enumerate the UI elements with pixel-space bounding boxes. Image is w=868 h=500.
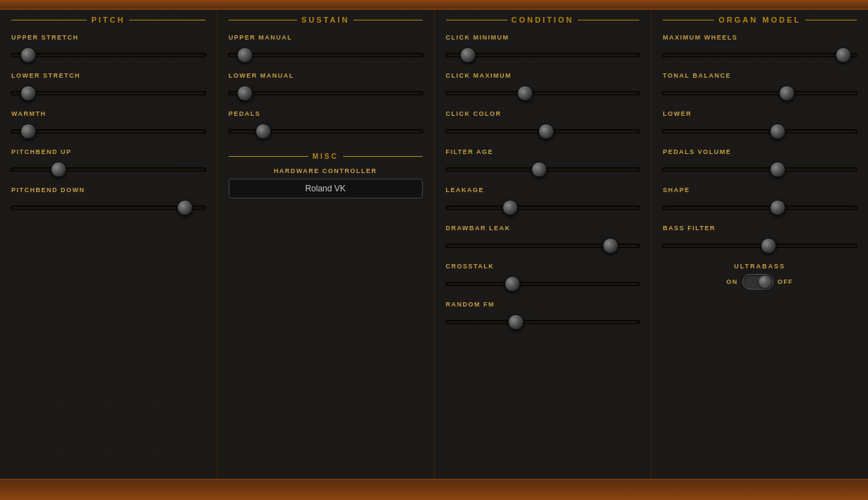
toggle-knob <box>759 275 771 288</box>
ultrabass-toggle[interactable] <box>742 274 773 290</box>
slider-label-tonal-balance: TONAL BALANCE <box>663 72 857 79</box>
slider-input-click-minimum[interactable] <box>446 54 640 56</box>
slider-track-crosstalk <box>446 274 640 294</box>
slider-track-drawbar-leak <box>446 236 640 256</box>
slider-input-pedals[interactable] <box>229 130 423 133</box>
slider-group-pedals: PEDALS <box>229 110 423 141</box>
slider-group-tonal-balance: TONAL BALANCE <box>663 72 857 103</box>
slider-group-bass-filter: BASS FILTER <box>663 225 857 256</box>
slider-input-filter-age[interactable] <box>446 168 640 171</box>
slider-label-pitchbend-up: PITCHBEND UP <box>11 148 205 155</box>
slider-input-pitchbend-down[interactable] <box>11 206 205 209</box>
slider-label-pedals: PEDALS <box>229 110 423 117</box>
slider-group-warmth: WARMTH <box>11 110 205 141</box>
ultrabass-title: ULTRABASS <box>663 263 857 270</box>
slider-label-pitchbend-down: PITCHBEND DOWN <box>11 186 205 194</box>
slider-label-bass-filter: BASS FILTER <box>663 225 857 232</box>
slider-track-random-fm <box>446 312 640 332</box>
bottom-border <box>0 479 868 500</box>
slider-track-pitchbend-up <box>11 160 205 179</box>
slider-track-filter-age <box>446 160 640 179</box>
slider-track-shape <box>663 198 857 218</box>
slider-group-lower-stretch: LOWER STRETCH <box>11 72 205 103</box>
slider-label-click-color: CLICK COLOR <box>446 110 640 117</box>
top-border <box>0 0 868 10</box>
slider-group-leakage: LEAKAGE <box>446 186 640 218</box>
slider-track-leakage <box>446 198 640 218</box>
slider-group-click-minimum: CLICK MINIMUM <box>446 34 640 65</box>
slider-input-pitchbend-up[interactable] <box>11 168 205 171</box>
slider-label-drawbar-leak: DRAWBAR LEAK <box>446 225 640 232</box>
slider-track-click-color <box>446 121 640 141</box>
slider-track-pedals <box>229 121 423 141</box>
slider-input-upper-stretch[interactable] <box>11 54 205 56</box>
slider-track-pedals-volume <box>663 160 857 179</box>
slider-label-click-maximum: CLICK MAXIMUM <box>446 72 640 79</box>
slider-group-lower: LOWER <box>663 110 857 141</box>
slider-input-click-maximum[interactable] <box>446 92 640 95</box>
ultrabass-on-label: ON <box>726 278 738 285</box>
slider-input-pedals-volume[interactable] <box>663 168 857 171</box>
slider-input-upper-manual[interactable] <box>229 54 423 56</box>
slider-label-warmth: WARMTH <box>11 110 205 117</box>
hw-controller-section: HARDWARE CONTROLLER Roland VKRoland VK-8… <box>229 167 423 198</box>
slider-group-filter-age: FILTER AGE <box>446 148 640 179</box>
slider-track-tonal-balance <box>663 83 857 103</box>
slider-track-click-maximum <box>446 83 640 103</box>
slider-track-upper-manual <box>229 45 423 65</box>
slider-input-leakage[interactable] <box>446 206 640 209</box>
slider-group-random-fm: RANDOM FM <box>446 301 640 332</box>
slider-input-lower-stretch[interactable] <box>11 92 205 95</box>
slider-track-lower-stretch <box>11 83 205 103</box>
slider-label-upper-stretch: UPPER STRETCH <box>11 34 205 41</box>
slider-input-lower[interactable] <box>663 130 857 133</box>
slider-input-click-color[interactable] <box>446 130 640 133</box>
slider-track-warmth <box>11 121 205 141</box>
slider-track-pitchbend-down <box>11 198 205 218</box>
panel-sustain: SUSTAIN UPPER MANUAL LOWER MANUAL PEDALS <box>217 10 435 479</box>
panel-condition: CONDITION CLICK MINIMUM CLICK MAXIMUM CL… <box>435 10 652 479</box>
slider-label-maximum-wheels: MAXIMUM WHEELS <box>663 34 857 41</box>
slider-label-upper-manual: UPPER MANUAL <box>229 34 423 41</box>
slider-group-drawbar-leak: DRAWBAR LEAK <box>446 225 640 256</box>
slider-group-pedals-volume: PEDALS VOLUME <box>663 148 857 179</box>
slider-label-lower-stretch: LOWER STRETCH <box>11 72 205 79</box>
slider-label-filter-age: FILTER AGE <box>446 148 640 155</box>
slider-track-bass-filter <box>663 236 857 256</box>
slider-input-tonal-balance[interactable] <box>663 92 857 95</box>
slider-group-click-color: CLICK COLOR <box>446 110 640 141</box>
slider-group-lower-manual: LOWER MANUAL <box>229 72 423 103</box>
slider-input-lower-manual[interactable] <box>229 92 423 95</box>
slider-input-bass-filter[interactable] <box>663 244 857 247</box>
slider-label-shape: SHAPE <box>663 186 857 194</box>
slider-label-click-minimum: CLICK MINIMUM <box>446 34 640 41</box>
slider-label-random-fm: RANDOM FM <box>446 301 640 308</box>
section-title-misc: MISC <box>229 153 423 160</box>
hw-controller-select[interactable]: Roland VKRoland VK-8CustomNone <box>229 179 423 198</box>
panel-title-organ-model: ORGAN MODEL <box>663 16 857 24</box>
slider-group-pitchbend-down: PITCHBEND DOWN <box>11 186 205 218</box>
slider-track-lower-manual <box>229 83 423 103</box>
ultrabass-off-label: OFF <box>778 278 794 285</box>
slider-label-pedals-volume: PEDALS VOLUME <box>663 148 857 155</box>
slider-group-upper-stretch: UPPER STRETCH <box>11 34 205 65</box>
slider-group-maximum-wheels: MAXIMUM WHEELS <box>663 34 857 65</box>
panel-organ-model: ORGAN MODEL MAXIMUM WHEELS TONAL BALANCE… <box>651 10 868 479</box>
slider-input-warmth[interactable] <box>11 130 205 133</box>
slider-track-click-minimum <box>446 45 640 65</box>
panel-title-condition: CONDITION <box>446 16 640 24</box>
slider-input-maximum-wheels[interactable] <box>663 54 857 56</box>
panel-title-pitch: PITCH <box>11 16 205 24</box>
slider-label-lower: LOWER <box>663 110 857 117</box>
slider-group-click-maximum: CLICK MAXIMUM <box>446 72 640 103</box>
slider-group-crosstalk: CROSSTALK <box>446 263 640 294</box>
slider-input-drawbar-leak[interactable] <box>446 244 640 247</box>
slider-label-lower-manual: LOWER MANUAL <box>229 72 423 79</box>
slider-label-leakage: LEAKAGE <box>446 186 640 194</box>
slider-input-crosstalk[interactable] <box>446 282 640 285</box>
slider-group-pitchbend-up: PITCHBEND UP <box>11 148 205 179</box>
slider-input-shape[interactable] <box>663 206 857 209</box>
slider-group-upper-manual: UPPER MANUAL <box>229 34 423 65</box>
slider-input-random-fm[interactable] <box>446 321 640 323</box>
panel-title-sustain: SUSTAIN <box>229 16 423 24</box>
